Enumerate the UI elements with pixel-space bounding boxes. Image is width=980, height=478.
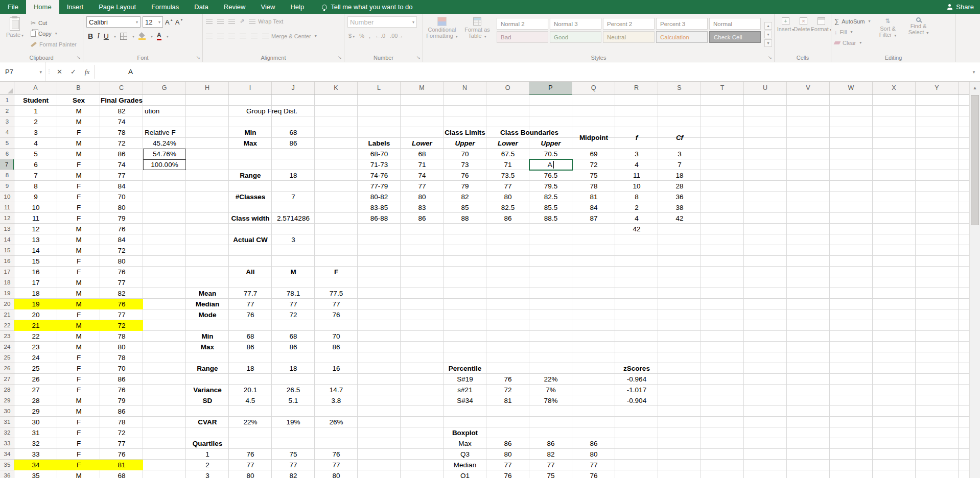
row-header-4[interactable]: 4 bbox=[0, 127, 14, 138]
cell-C10[interactable]: 70 bbox=[100, 192, 143, 202]
cell-Q33[interactable]: 86 bbox=[572, 438, 615, 449]
cell-B35[interactable]: F bbox=[57, 460, 100, 470]
cell-I20[interactable]: 77 bbox=[229, 299, 272, 309]
column-header-U[interactable]: U bbox=[744, 82, 787, 95]
cell-R27[interactable]: -0.964 bbox=[615, 374, 658, 385]
cell-A36[interactable]: 35 bbox=[14, 470, 57, 478]
cell-G6[interactable]: 54.76% bbox=[143, 149, 186, 159]
cell-A22[interactable]: 21 bbox=[14, 320, 57, 331]
cell-A5[interactable]: 4 bbox=[14, 138, 57, 149]
cell-N35[interactable]: Median bbox=[444, 460, 486, 470]
cell-J23[interactable]: 68 bbox=[272, 331, 315, 342]
cell-R8[interactable]: 11 bbox=[615, 170, 658, 181]
tab-home[interactable]: Home bbox=[26, 0, 59, 14]
cell-style-bad[interactable]: Bad bbox=[497, 31, 548, 43]
cell-C33[interactable]: 77 bbox=[100, 438, 143, 449]
cell-J4[interactable]: 68 bbox=[272, 127, 315, 138]
column-header-A[interactable]: A bbox=[14, 82, 57, 95]
delete-cells-button[interactable]: × Delete▾ bbox=[796, 16, 811, 53]
cell-S8[interactable]: 18 bbox=[658, 170, 701, 181]
cell-C34[interactable]: 76 bbox=[100, 449, 143, 460]
increase-indent-button[interactable] bbox=[251, 34, 258, 39]
row-header-24[interactable]: 24 bbox=[0, 342, 14, 352]
accounting-format-button[interactable]: $▾ bbox=[348, 33, 355, 39]
cell-B34[interactable]: F bbox=[57, 449, 100, 460]
row-header-15[interactable]: 15 bbox=[0, 245, 14, 256]
cell-M11[interactable]: 83 bbox=[401, 202, 444, 213]
cell-B31[interactable]: F bbox=[57, 417, 100, 427]
cell-C24[interactable]: 80 bbox=[100, 342, 143, 352]
row-header-10[interactable]: 10 bbox=[0, 192, 14, 202]
font-family-select[interactable]: Calibri▾ bbox=[86, 16, 141, 28]
cell-H35[interactable]: 2 bbox=[186, 460, 229, 470]
cell-B29[interactable]: M bbox=[57, 395, 100, 406]
cell-A1[interactable]: Student bbox=[14, 95, 57, 106]
cell-J8[interactable]: 18 bbox=[272, 170, 315, 181]
cell-O12[interactable]: 86 bbox=[486, 213, 529, 224]
cell-G7[interactable]: 100.00% bbox=[143, 159, 186, 170]
merge-center-button[interactable]: Merge & Center▾ bbox=[262, 31, 317, 41]
cell-B32[interactable]: F bbox=[57, 427, 100, 438]
row-header-2[interactable]: 2 bbox=[0, 106, 14, 116]
cell-C11[interactable]: 80 bbox=[100, 202, 143, 213]
cell-N5[interactable]: Upper bbox=[444, 138, 486, 149]
cell-A8[interactable]: 7 bbox=[14, 170, 57, 181]
cell-I2[interactable]: Group Freq Dist. bbox=[229, 106, 315, 116]
column-header-C[interactable]: C bbox=[100, 82, 143, 95]
cancel-button[interactable]: ✕ bbox=[53, 62, 66, 81]
tab-insert[interactable]: Insert bbox=[59, 0, 91, 14]
column-header-V[interactable]: V bbox=[787, 82, 830, 95]
cell-J17[interactable]: M bbox=[272, 267, 315, 277]
cell-O29[interactable]: 81 bbox=[486, 395, 529, 406]
cell-I14[interactable]: Actual CW bbox=[229, 234, 272, 245]
tab-help[interactable]: Help bbox=[283, 0, 312, 14]
cell-L10[interactable]: 80-82 bbox=[358, 192, 401, 202]
cell-R6[interactable]: 3 bbox=[615, 149, 658, 159]
cell-R11[interactable]: 2 bbox=[615, 202, 658, 213]
formula-bar-grip[interactable]: ⋮ bbox=[45, 62, 53, 81]
fill-color-button[interactable] bbox=[138, 33, 146, 40]
cell-G5[interactable]: 45.24% bbox=[143, 138, 186, 149]
cell-P10[interactable]: 82.5 bbox=[529, 192, 572, 202]
cell-J5[interactable]: 86 bbox=[272, 138, 315, 149]
tab-file[interactable]: File bbox=[0, 0, 26, 14]
row-header-33[interactable]: 33 bbox=[0, 438, 14, 449]
cell-O6[interactable]: 67.5 bbox=[486, 149, 529, 159]
cell-K31[interactable]: 26% bbox=[315, 417, 358, 427]
cell-N6[interactable]: 70 bbox=[444, 149, 486, 159]
cell-I4[interactable]: Min bbox=[229, 127, 272, 138]
styles-dialog-launcher[interactable]: ↘ bbox=[768, 55, 772, 61]
cell-M6[interactable]: 68 bbox=[401, 149, 444, 159]
cell-Q36[interactable]: 76 bbox=[572, 470, 615, 478]
column-header-M[interactable]: M bbox=[401, 82, 444, 95]
row-header-28[interactable]: 28 bbox=[0, 385, 14, 395]
cell-K29[interactable]: 3.8 bbox=[315, 395, 358, 406]
cell-I29[interactable]: 4.5 bbox=[229, 395, 272, 406]
row-header-11[interactable]: 11 bbox=[0, 202, 14, 213]
cell-N32[interactable]: Boxplot bbox=[444, 427, 486, 438]
number-format-select[interactable]: Number▾ bbox=[347, 16, 417, 28]
cut-button[interactable]: ✂ Cut bbox=[31, 18, 77, 28]
vertical-scrollbar[interactable]: ▲ bbox=[969, 82, 980, 478]
enter-button[interactable]: ✓ bbox=[66, 62, 80, 81]
cell-A12[interactable]: 11 bbox=[14, 213, 57, 224]
tab-data[interactable]: Data bbox=[186, 0, 216, 14]
column-header-P[interactable]: P bbox=[529, 82, 572, 95]
cell-S9[interactable]: 28 bbox=[658, 181, 701, 192]
row-header-22[interactable]: 22 bbox=[0, 320, 14, 331]
cell-O34[interactable]: 80 bbox=[486, 449, 529, 460]
cell-L6[interactable]: 68-70 bbox=[358, 149, 401, 159]
cell-C14[interactable]: 84 bbox=[100, 234, 143, 245]
column-header-H[interactable]: H bbox=[186, 82, 229, 95]
cell-L5[interactable]: Labels bbox=[358, 138, 401, 149]
column-header-O[interactable]: O bbox=[486, 82, 529, 95]
cell-R4[interactable]: f bbox=[615, 127, 658, 149]
cell-P34[interactable]: 82 bbox=[529, 449, 572, 460]
cell-style-check-cell[interactable]: Check Cell bbox=[709, 31, 761, 43]
cell-C6[interactable]: 86 bbox=[100, 149, 143, 159]
cell-N9[interactable]: 79 bbox=[444, 181, 486, 192]
cell-A13[interactable]: 12 bbox=[14, 224, 57, 234]
cell-A18[interactable]: 17 bbox=[14, 277, 57, 288]
cell-C20[interactable]: 76 bbox=[100, 299, 143, 309]
decrease-font-size-button[interactable]: A▼ bbox=[175, 18, 183, 26]
